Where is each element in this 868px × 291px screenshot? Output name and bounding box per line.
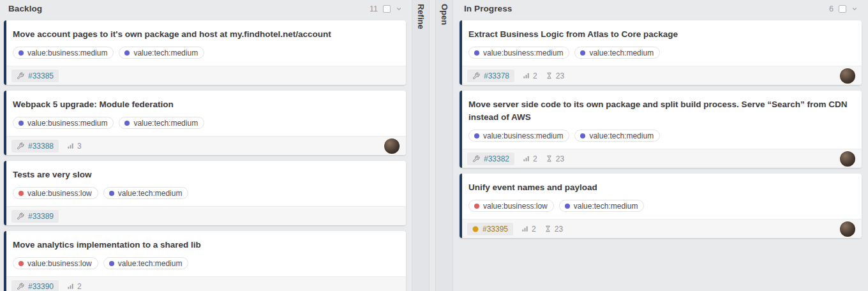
- issue-card[interactable]: Extract Business Logic from Atlas to Cor…: [460, 20, 862, 85]
- issue-labels: value:business:low value:tech:medium: [13, 187, 398, 199]
- label-pill[interactable]: value:tech:medium: [559, 200, 645, 212]
- issue-title[interactable]: Unify event names and payload: [468, 181, 854, 194]
- bar-chart-icon: [67, 142, 74, 149]
- issue-title[interactable]: Extract Business Logic from Atlas to Cor…: [468, 28, 854, 41]
- label-dot-icon: [580, 133, 585, 138]
- column-header: In Progress 6: [460, 0, 862, 17]
- column-select-checkbox[interactable]: [839, 5, 846, 13]
- label-pill[interactable]: value:business:medium: [468, 130, 569, 142]
- issue-number: #33389: [28, 212, 54, 221]
- avatar[interactable]: [840, 68, 855, 84]
- label-pill[interactable]: value:business:low: [13, 257, 98, 269]
- board-column-backlog: Backlog 11 Move account pages to it's ow…: [4, 0, 406, 291]
- issue-labels: value:business:low value:tech:medium: [468, 200, 854, 212]
- issue-card[interactable]: Unify event names and payload value:busi…: [460, 174, 862, 238]
- issue-card-footer: #33382 223: [462, 149, 862, 168]
- avatar[interactable]: [840, 151, 855, 167]
- issue-number-pill[interactable]: #33382: [467, 153, 514, 165]
- label-text: value:tech:medium: [589, 48, 654, 57]
- issue-card-body: Unify event names and payload value:busi…: [462, 174, 862, 219]
- wrench-icon: [17, 213, 24, 220]
- issue-title[interactable]: Tests are very slow: [13, 168, 398, 181]
- issue-card[interactable]: Webpack 5 upgrade: Module federation val…: [4, 91, 406, 155]
- issue-title[interactable]: Webpack 5 upgrade: Module federation: [13, 98, 398, 111]
- label-dot-icon: [19, 261, 24, 266]
- issue-card-footer: #33389: [6, 206, 406, 225]
- hourglass-icon: [544, 225, 551, 232]
- issue-number-pill[interactable]: #33385: [11, 70, 59, 82]
- label-pill[interactable]: value:business:medium: [13, 117, 114, 129]
- label-pill[interactable]: value:tech:medium: [103, 257, 189, 269]
- issue-card[interactable]: Move analytics implementation to a share…: [4, 231, 406, 291]
- label-pill[interactable]: value:tech:medium: [119, 117, 204, 129]
- issue-stats: 223: [523, 71, 564, 80]
- label-text: value:tech:medium: [133, 48, 198, 57]
- issue-card-footer: #33385: [6, 66, 406, 85]
- bar-chart-stat: 3: [67, 142, 82, 151]
- issue-title[interactable]: Move account pages to it's own package a…: [13, 28, 398, 41]
- label-pill[interactable]: value:business:medium: [468, 47, 569, 59]
- label-text: value:business:medium: [27, 119, 107, 128]
- issue-title[interactable]: Move analytics implementation to a share…: [13, 239, 398, 251]
- issue-card-footer: #33395 223: [462, 219, 862, 238]
- issue-title[interactable]: Move server side code to its own package…: [468, 98, 854, 124]
- label-pill[interactable]: value:business:medium: [13, 47, 114, 59]
- column-count: 6: [829, 4, 834, 13]
- stat-value: 2: [77, 282, 82, 291]
- collapsed-column-title: Refine: [416, 4, 426, 291]
- issue-card-body: Tests are very slow value:business:low v…: [6, 161, 406, 206]
- issue-card-footer: #33388 3: [6, 136, 406, 155]
- issue-number-pill[interactable]: #33378: [467, 70, 514, 82]
- label-dot-icon: [565, 204, 570, 209]
- issue-card[interactable]: Move account pages to it's own package a…: [4, 20, 406, 85]
- label-dot-icon: [19, 191, 24, 196]
- label-dot-icon: [109, 191, 114, 196]
- label-text: value:business:medium: [27, 48, 107, 57]
- chevron-down-icon[interactable]: [396, 6, 402, 12]
- bar-chart-stat: 2: [523, 71, 537, 80]
- column-title: Backlog: [8, 4, 42, 13]
- column-title: In Progress: [464, 4, 512, 13]
- column-select-checkbox[interactable]: [383, 5, 391, 13]
- collapsed-column-open[interactable]: Open: [435, 0, 453, 291]
- label-dot-icon: [474, 50, 479, 56]
- issue-card-body: Move analytics implementation to a share…: [6, 231, 406, 276]
- label-dot-icon: [124, 50, 130, 56]
- label-dot-icon: [474, 204, 479, 209]
- issue-stats: 2: [67, 282, 82, 291]
- issue-card-footer: #33390 2: [6, 276, 406, 291]
- issue-number-pill[interactable]: #33395: [467, 223, 513, 235]
- issue-number-pill[interactable]: #33389: [11, 210, 59, 223]
- label-pill[interactable]: value:business:low: [13, 187, 98, 199]
- issue-number-pill[interactable]: #33388: [11, 140, 59, 153]
- wrench-icon: [17, 283, 24, 290]
- label-text: value:tech:medium: [118, 259, 183, 268]
- issue-labels: value:business:low value:tech:medium: [13, 257, 398, 269]
- label-text: value:business:low: [27, 259, 92, 268]
- collapsed-column-refine[interactable]: Refine: [412, 0, 430, 291]
- avatar[interactable]: [840, 221, 855, 237]
- stat-value: 23: [556, 71, 564, 80]
- kanban-board: Backlog 11 Move account pages to it's ow…: [0, 0, 868, 291]
- hourglass-icon: [546, 155, 553, 162]
- column-card-list: Extract Business Logic from Atlas to Cor…: [460, 17, 862, 241]
- label-pill[interactable]: value:tech:medium: [103, 187, 189, 199]
- issue-card[interactable]: Tests are very slow value:business:low v…: [4, 161, 406, 225]
- issue-card[interactable]: Move server side code to its own package…: [460, 91, 862, 168]
- issue-number-pill[interactable]: #33390: [11, 280, 59, 291]
- label-pill[interactable]: value:business:low: [468, 200, 554, 212]
- label-pill[interactable]: value:tech:medium: [119, 47, 204, 59]
- label-text: value:tech:medium: [118, 189, 183, 198]
- chevron-down-icon[interactable]: [851, 6, 858, 12]
- bar-chart-stat: 2: [523, 154, 537, 163]
- label-text: value:tech:medium: [589, 131, 654, 140]
- bar-chart-stat: 2: [67, 282, 82, 291]
- label-pill[interactable]: value:tech:medium: [574, 47, 660, 59]
- issue-labels: value:business:medium value:tech:medium: [13, 117, 398, 129]
- issue-card-body: Move account pages to it's own package a…: [6, 20, 406, 66]
- avatar[interactable]: [384, 138, 400, 154]
- label-pill[interactable]: value:tech:medium: [574, 130, 660, 142]
- bar-chart-stat: 2: [521, 225, 536, 234]
- collapsed-column-title: Open: [440, 4, 449, 291]
- issue-labels: value:business:medium value:tech:medium: [468, 47, 854, 59]
